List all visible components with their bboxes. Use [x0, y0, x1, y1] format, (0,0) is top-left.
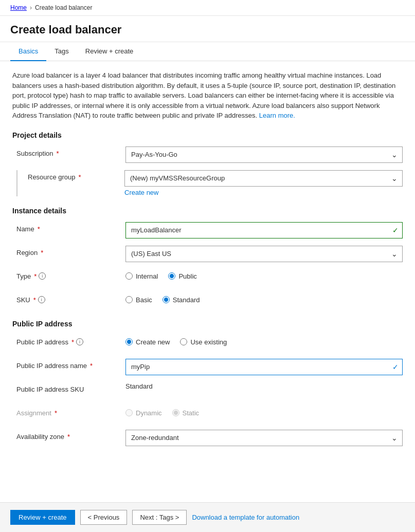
assignment-dynamic-label: Dynamic [136, 409, 162, 417]
availability-zone-row: Availability zone* Zone-redundant 1 2 3 … [12, 430, 403, 446]
type-control: Internal Public [125, 269, 403, 280]
next-button[interactable]: Next : Tags > [132, 510, 187, 525]
name-control: ✓ [125, 222, 403, 239]
public-ip-name-valid-icon: ✓ [392, 363, 399, 371]
sku-info-icon: i [38, 296, 45, 303]
type-internal-option[interactable]: Internal [125, 272, 158, 280]
public-ip-create-new-label: Create new [136, 338, 170, 346]
subscription-label: Subscription* [12, 146, 125, 157]
region-select[interactable]: (US) East US [125, 246, 403, 262]
main-content: Basics Tags Review + create Azure load b… [0, 42, 415, 502]
subscription-row: Subscription* Pay-As-You-Go [12, 146, 403, 163]
resource-group-select-wrapper: (New) myVMSSResourceGroup [124, 170, 403, 187]
learn-more-link[interactable]: Learn more. [259, 112, 295, 119]
public-ip-use-existing-radio[interactable] [180, 338, 187, 345]
type-public-label: Public [178, 272, 196, 280]
public-ip-title: Public IP address [12, 320, 403, 328]
sku-standard-radio[interactable] [163, 296, 170, 303]
breadcrumb: Home › Create load balancer [0, 0, 415, 16]
availability-zone-label: Availability zone* [12, 430, 125, 441]
tabs-bar: Basics Tags Review + create [0, 42, 415, 61]
download-template-link[interactable]: Download a template for automation [192, 513, 299, 521]
assignment-control: Dynamic Static [125, 406, 403, 417]
content-area: Azure load balancer is a layer 4 load ba… [0, 61, 415, 466]
previous-button[interactable]: < Previous [80, 510, 128, 525]
public-ip-name-input-wrapper: ✓ [125, 359, 403, 375]
region-row: Region* (US) East US [12, 246, 403, 262]
type-info-icon: i [39, 272, 46, 280]
description-text: Azure load balancer is a layer 4 load ba… [12, 70, 403, 121]
assignment-static-option[interactable]: Static [172, 409, 200, 417]
type-row: Type* i Internal Public [12, 269, 403, 286]
project-details-section: Project details Subscription* Pay-As-You… [12, 131, 403, 196]
breadcrumb-current: Create load balancer [35, 4, 92, 11]
resource-group-select[interactable]: (New) myVMSSResourceGroup [124, 170, 403, 187]
assignment-dynamic-radio[interactable] [125, 409, 133, 416]
name-input-wrapper: ✓ [125, 222, 403, 239]
availability-zone-select-wrapper: Zone-redundant 1 2 3 No Zone [125, 430, 403, 446]
type-internal-label: Internal [136, 272, 158, 280]
public-ip-create-new-radio[interactable] [125, 338, 133, 345]
breadcrumb-home[interactable]: Home [10, 4, 27, 11]
public-ip-sku-label: Public IP address SKU [12, 382, 125, 393]
public-ip-radio-group: Create new Use existing [125, 335, 403, 346]
tab-basics[interactable]: Basics [10, 42, 46, 61]
sku-basic-label: Basic [136, 296, 152, 304]
type-public-option[interactable]: Public [168, 272, 196, 280]
region-select-wrapper: (US) East US [125, 246, 403, 262]
assignment-radio-group: Dynamic Static [125, 406, 403, 417]
public-ip-section: Public IP address Public IP address* i C… [12, 320, 403, 446]
assignment-dynamic-option[interactable]: Dynamic [125, 409, 162, 417]
availability-zone-select[interactable]: Zone-redundant 1 2 3 No Zone [125, 430, 403, 446]
instance-details-section: Instance details Name* ✓ [12, 207, 403, 309]
instance-details-title: Instance details [12, 207, 403, 215]
public-ip-sku-row: Public IP address SKU Standard [12, 382, 403, 399]
public-ip-name-label: Public IP address name* [12, 359, 125, 370]
subscription-control: Pay-As-You-Go [125, 146, 403, 163]
name-valid-icon: ✓ [392, 226, 399, 234]
sku-control: Basic Standard [125, 293, 403, 304]
bottom-bar: Review + create < Previous Next : Tags >… [0, 502, 415, 532]
sku-basic-radio[interactable] [125, 296, 133, 303]
public-ip-use-existing-label: Use existing [190, 338, 227, 346]
public-ip-sku-text: Standard [125, 379, 153, 390]
project-details-title: Project details [12, 131, 403, 139]
review-create-button[interactable]: Review + create [10, 510, 75, 525]
resource-group-control: (New) myVMSSResourceGroup Create new [124, 170, 403, 196]
subscription-select[interactable]: Pay-As-You-Go [125, 146, 403, 163]
sku-radio-group: Basic Standard [125, 293, 403, 304]
type-internal-radio[interactable] [125, 272, 133, 280]
public-ip-sku-value: Standard [125, 382, 403, 390]
breadcrumb-separator: › [30, 4, 32, 11]
subscription-select-wrapper: Pay-As-You-Go [125, 146, 403, 163]
assignment-static-radio[interactable] [172, 409, 179, 416]
resource-group-create-new[interactable]: Create new [124, 189, 158, 196]
public-ip-name-control: ✓ [125, 359, 403, 375]
sku-row: SKU* i Basic Standard [12, 293, 403, 309]
region-label: Region* [12, 246, 125, 256]
public-ip-name-row: Public IP address name* ✓ [12, 359, 403, 375]
public-ip-row: Public IP address* i Create new Use exis… [12, 335, 403, 352]
resource-group-label: Resource group* [24, 170, 124, 181]
type-radio-group: Internal Public [125, 269, 403, 280]
name-row: Name* ✓ [12, 222, 403, 239]
assignment-static-label: Static [183, 409, 200, 417]
public-ip-use-existing-option[interactable]: Use existing [180, 338, 227, 346]
assignment-row: Assignment* Dynamic Static [12, 406, 403, 423]
availability-zone-control: Zone-redundant 1 2 3 No Zone [125, 430, 403, 446]
public-ip-name-input[interactable] [125, 359, 403, 375]
tab-tags[interactable]: Tags [46, 42, 77, 61]
assignment-label: Assignment* [12, 406, 125, 417]
public-ip-create-new-option[interactable]: Create new [125, 338, 170, 346]
sku-basic-option[interactable]: Basic [125, 296, 152, 304]
type-public-radio[interactable] [168, 272, 175, 280]
public-ip-label: Public IP address* i [12, 335, 125, 346]
region-control: (US) East US [125, 246, 403, 262]
public-ip-info-icon: i [76, 338, 83, 345]
sku-label: SKU* i [12, 293, 125, 304]
sku-standard-option[interactable]: Standard [163, 296, 200, 304]
sku-standard-label: Standard [173, 296, 200, 304]
public-ip-control: Create new Use existing [125, 335, 403, 346]
name-input[interactable] [125, 222, 403, 239]
tab-review[interactable]: Review + create [77, 42, 142, 61]
